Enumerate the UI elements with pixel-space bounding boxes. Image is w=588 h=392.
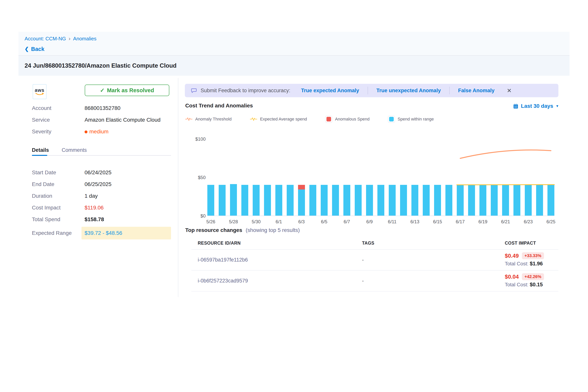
feedback-prompt: Submit Feedback to improve accuracy: [200,88,290,94]
cost-impact-value: $119.06 [84,205,104,211]
severity-badge: medium [89,128,108,134]
chart-bar-6/11[interactable] [389,185,396,216]
mark-as-resolved-button[interactable]: ✓ Mark as Resolved [85,84,169,96]
cost-impact-amount: $0.04 [505,274,519,280]
pulse-line-icon [250,117,257,121]
legend-label: Spend within range [398,117,434,122]
chart-bar-5/26[interactable] [207,185,214,216]
expected-range-row: Expected Range $39.72 - $48.56 [32,227,171,240]
x-tick-6/15: 6/15 [429,219,446,224]
chart-bar-5/28[interactable] [230,184,237,216]
aws-logo-text: aws [35,88,44,92]
total-spend-label: Total Spend [32,216,84,222]
body: aws ✓ Mark as Resolved Account 868001352… [18,76,570,304]
total-cost-label: Total Cost: [505,282,528,288]
chevron-left-icon: ❮ [24,46,29,52]
feedback-false-anomaly-button[interactable]: False Anomaly [458,88,494,94]
duration-value: 1 day [84,193,98,199]
chart-bar-6/18[interactable] [468,185,475,216]
feedback-true-expected-button[interactable]: True expected Anomaly [301,88,359,94]
comment-bubble-icon [190,87,197,94]
x-tick-6/21: 6/21 [497,219,514,224]
tab-comments[interactable]: Comments [62,147,87,153]
chart-bar-6/2[interactable] [287,185,294,216]
chart-bar-6/3[interactable] [298,190,305,216]
chart-bar-6/5[interactable] [321,185,328,216]
chart-bar-5/29[interactable] [241,185,248,216]
chart-bar-6/7[interactable] [344,185,350,216]
table-row[interactable]: i-06597ba197fe112b6 - $0.49 +33.33% Tota… [185,249,558,270]
account-label: Account [32,105,84,111]
cost-impact-amount: $0.49 [505,253,519,259]
chart-bar-6/6[interactable] [332,185,339,216]
table-divider [192,291,558,292]
x-tick-6/1: 6/1 [270,219,288,224]
feedback-true-unexpected-button[interactable]: True unexpected Anomaly [376,88,441,94]
resource-id-link[interactable]: i-06597ba197fe112b6 [198,257,248,263]
cost-trend-chart [207,136,554,216]
chart-bar-6/4[interactable] [309,185,316,216]
chart-bar-5/31[interactable] [264,185,271,216]
chart-bar-6/25[interactable] [548,185,554,216]
chart-bar-6/15[interactable] [434,185,441,216]
breadcrumb: Account: CCM-NG › Anomalies [24,36,564,42]
back-button[interactable]: ❮ Back [24,46,564,52]
chart-bar-6/14[interactable] [423,185,430,216]
chart-bar-6/21[interactable] [502,185,509,216]
resources-title: Top resource changes [185,227,242,233]
chart-bar-anomalous-segment[interactable] [298,185,305,190]
breadcrumb-account-link[interactable]: Account: CCM-NG [24,36,66,42]
total-cost-label: Total Cost: [505,261,528,266]
chart-bar-6/12[interactable] [400,185,407,216]
chart-bar-6/10[interactable] [378,185,384,216]
chart-bar-6/13[interactable] [412,185,418,216]
left-panel-tabs: Details Comments [32,147,171,156]
total-cost-value: $1.96 [530,261,543,266]
feedback-close-icon[interactable]: ✕ [507,87,512,94]
chart-bar-6/23[interactable] [525,185,532,216]
x-tick-6/17: 6/17 [452,219,469,224]
column-resource-id: RESOURCE ID/ARN [198,240,240,246]
chart-bar-5/30[interactable] [253,185,260,216]
resource-id-link[interactable]: i-0b6f257223cad9579 [198,278,248,284]
end-date-value: 06/25/2025 [84,181,112,187]
active-tab-underline [32,155,47,156]
breadcrumb-bar: Account: CCM-NG › Anomalies ❮ Back [18,32,570,56]
x-tick-6/5: 6/5 [316,219,333,224]
chart-bar-6/22[interactable] [514,185,520,216]
chart-bar-6/24[interactable] [536,185,543,216]
chart-bar-6/9[interactable] [366,185,373,216]
legend-anomalous-spend: Anomalous Spend [325,116,370,122]
breadcrumb-anomalies-link[interactable]: Anomalies [73,36,96,42]
x-tick-6/3: 6/3 [293,219,310,224]
service-label: Service [32,117,84,123]
chart-bar-5/27[interactable] [219,185,226,216]
date-range-filter[interactable]: Last 30 days ▼ [513,103,559,109]
chart-bar-6/16[interactable] [446,185,452,216]
pulse-line-icon [185,117,192,121]
feedback-divider [449,87,450,94]
x-tick-5/30: 5/30 [248,219,265,224]
chart-bar-6/19[interactable] [480,185,486,216]
chart-bar-6/1[interactable] [275,185,282,216]
tab-details[interactable]: Details [32,147,49,153]
chart-bar-6/17[interactable] [457,185,464,216]
account-value: 868001352780 [84,105,120,111]
resources-subtitle: (showing top 5 results) [246,227,300,233]
resource-cost-cell: $0.04 +42.26% Total Cost: $0.15 [505,273,544,288]
start-date-label: Start Date [32,170,84,176]
cost-impact-row: Cost Impact $119.06 [32,204,171,211]
duration-label: Duration [32,193,84,199]
chart-bar-6/20[interactable] [491,185,498,216]
start-date-value: 06/24/2025 [84,170,112,176]
page-title: 24 Jun/868001352780/Amazon Elastic Compu… [24,62,564,69]
resolve-button-label: Mark as Resolved [107,87,154,94]
legend-label: Anomalous Spend [335,117,370,122]
legend-spend-within-range: Spend within range [388,116,434,122]
end-date-label: End Date [32,181,84,187]
legend-label: Anomaly Threshold [195,117,232,122]
table-row[interactable]: i-0b6f257223cad9579 - $0.04 +42.26% Tota… [185,270,558,291]
resource-tags: - [362,257,364,263]
total-cost-value: $0.15 [530,282,543,288]
chart-bar-6/8[interactable] [355,185,362,216]
